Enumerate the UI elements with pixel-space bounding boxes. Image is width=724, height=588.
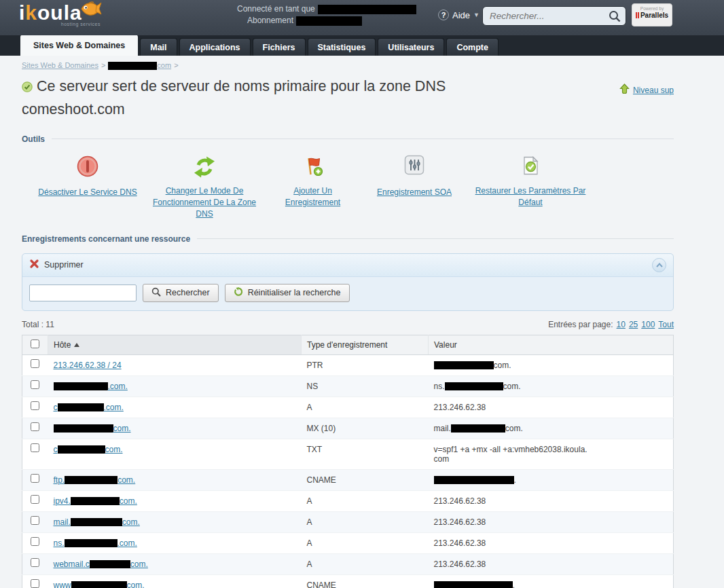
- disable-dns-icon[interactable]: [37, 155, 139, 183]
- tool-change-dns-mode[interactable]: Changer Le Mode De Fonctionnement De La …: [147, 155, 262, 221]
- tool-add-record[interactable]: Ajouter Un Enregistrement: [270, 155, 355, 221]
- change-dns-mode-icon[interactable]: [147, 155, 262, 183]
- row-checkbox[interactable]: [31, 422, 39, 431]
- tool-label-add-record[interactable]: Ajouter Un Enregistrement: [270, 185, 355, 209]
- redacted-text: [54, 382, 108, 390]
- total-count-top: Total : 11: [22, 320, 54, 329]
- tab-applications[interactable]: Applications: [179, 38, 251, 56]
- table-row: ipv4.com.A213.246.62.38: [22, 490, 674, 511]
- tab-statistiques[interactable]: Statistiques: [308, 38, 376, 56]
- record-value: 213.246.62.38: [429, 511, 674, 532]
- search-records-button[interactable]: Rechercher: [143, 284, 219, 302]
- row-checkbox[interactable]: [31, 579, 39, 588]
- host-link[interactable]: c.com.: [54, 403, 124, 412]
- host-link[interactable]: ns..com.: [54, 538, 137, 548]
- reset-search-button[interactable]: Réinitialiser la recherche: [225, 284, 350, 302]
- tool-restore-defaults[interactable]: Restaurer Les Paramètres Par Défaut: [473, 155, 587, 221]
- redacted-text: [434, 476, 514, 484]
- add-record-icon[interactable]: [270, 155, 355, 183]
- redacted-text: [58, 445, 105, 454]
- record-value: ns.com.: [429, 375, 674, 397]
- row-checkbox[interactable]: [31, 359, 39, 368]
- host-link[interactable]: mail.com.: [54, 517, 140, 527]
- per-page-tout[interactable]: Tout: [658, 320, 674, 329]
- filter-input[interactable]: [29, 284, 137, 301]
- table-row: ns..com.A213.246.62.38: [22, 532, 674, 553]
- host-link[interactable]: .com.: [54, 382, 128, 391]
- record-type: CNAME: [302, 574, 429, 588]
- search-input[interactable]: [482, 6, 626, 26]
- redacted-text: [434, 361, 494, 369]
- records-panel: Supprimer Rechercher Réinitialiser la re…: [22, 253, 674, 311]
- record-type: A: [302, 511, 429, 532]
- host-link[interactable]: wwwcom.: [54, 581, 145, 588]
- host-link[interactable]: ipv4.com.: [54, 496, 137, 506]
- tab-utilisateurs[interactable]: Utilisateurs: [378, 38, 444, 56]
- parallels-badge: Powered by Parallels: [632, 3, 672, 26]
- record-value: v=spf1 +a +mx -all +a:vmheb62038.ikoula.…: [429, 439, 674, 469]
- magnifier-icon: [151, 287, 161, 299]
- connected-label: Connecté en tant que: [237, 4, 315, 14]
- powered-by-label: Powered by: [632, 6, 672, 11]
- column-header-value[interactable]: Valeur: [429, 335, 674, 354]
- record-type: A: [302, 490, 429, 511]
- tool-label-restore-defaults[interactable]: Restaurer Les Paramètres Par Défaut: [473, 185, 587, 209]
- ikoula-logo: ikoula hosting services: [19, 2, 101, 26]
- column-header-type[interactable]: Type d'enregistrement: [302, 335, 429, 354]
- column-header-host[interactable]: Hôte: [48, 335, 302, 354]
- breadcrumb-domain-link[interactable]: com: [108, 61, 171, 69]
- chevron-down-icon: ▼: [473, 12, 479, 18]
- breadcrumb-home-link[interactable]: Sites Web & Domaines: [22, 61, 98, 69]
- record-value: .: [429, 574, 674, 588]
- host-link[interactable]: 213.246.62.38 / 24: [54, 361, 122, 370]
- connected-user-redacted: [318, 5, 416, 14]
- help-menu[interactable]: ? Aide ▼: [438, 10, 479, 20]
- restore-defaults-icon[interactable]: [473, 155, 587, 183]
- content: Sites Web & Domaines>com> Ce serveur ser…: [22, 61, 674, 588]
- record-value: com.: [429, 354, 674, 375]
- tool-disable-dns[interactable]: Désactiver Le Service DNS: [37, 155, 139, 221]
- table-row: .com.NSns.com.: [22, 375, 674, 397]
- host-link[interactable]: ftp.com.: [54, 475, 136, 485]
- soa-record-icon[interactable]: [363, 155, 465, 183]
- select-all-checkbox[interactable]: [31, 339, 39, 348]
- tool-label-disable-dns[interactable]: Désactiver Le Service DNS: [38, 187, 137, 198]
- tool-label-soa-record[interactable]: Enregistrement SOA: [377, 187, 452, 198]
- tab-fichiers[interactable]: Fichiers: [253, 38, 306, 56]
- delete-label: Supprimer: [44, 260, 84, 270]
- host-link[interactable]: com.: [54, 424, 131, 433]
- tab-mail[interactable]: Mail: [140, 38, 177, 56]
- row-checkbox[interactable]: [31, 443, 39, 452]
- tab-sites-web-domaines[interactable]: Sites Web & Domaines: [20, 35, 138, 56]
- record-value: .: [429, 469, 674, 490]
- host-link[interactable]: webmail.ccom.: [54, 559, 148, 569]
- redacted-text: [434, 581, 513, 588]
- fish-mascot-icon: [79, 0, 102, 21]
- delete-button[interactable]: Supprimer: [29, 259, 84, 271]
- per-page-100[interactable]: 100: [641, 320, 655, 329]
- row-checkbox[interactable]: [31, 495, 39, 504]
- row-checkbox[interactable]: [31, 558, 39, 567]
- records-section-title: Enregistrements concernant une ressource: [22, 234, 674, 244]
- table-row: webmail.ccom.A213.246.62.38: [22, 553, 674, 574]
- tool-soa-record[interactable]: Enregistrement SOA: [363, 155, 465, 221]
- collapse-button[interactable]: [652, 258, 666, 272]
- per-page-10[interactable]: 10: [617, 320, 626, 329]
- row-checkbox[interactable]: [31, 516, 39, 525]
- per-page-25[interactable]: 25: [629, 320, 638, 329]
- row-checkbox[interactable]: [31, 380, 39, 389]
- row-checkbox[interactable]: [31, 401, 39, 410]
- table-row: ccom.TXTv=spf1 +a +mx -all +a:vmheb62038…: [22, 439, 674, 469]
- up-level-link[interactable]: Niveau sup: [619, 84, 674, 96]
- record-type: MX (10): [302, 418, 429, 439]
- table-row: 213.246.62.38 / 24PTRcom.: [22, 354, 674, 375]
- search-icon[interactable]: [609, 10, 621, 25]
- record-value: 213.246.62.38: [429, 532, 674, 553]
- host-link[interactable]: ccom.: [54, 445, 123, 454]
- row-checkbox[interactable]: [31, 537, 39, 546]
- row-checkbox[interactable]: [31, 474, 39, 483]
- per-page-top: Entrées par page:1025100Tout: [548, 320, 674, 329]
- tool-label-change-dns-mode[interactable]: Changer Le Mode De Fonctionnement De La …: [147, 185, 262, 221]
- header-search: [482, 6, 626, 26]
- tab-compte[interactable]: Compte: [446, 38, 499, 56]
